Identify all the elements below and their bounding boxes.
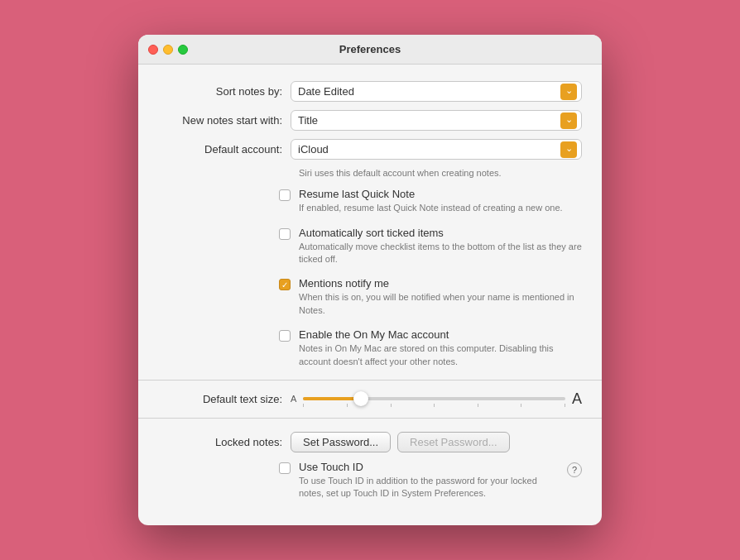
sort-notes-label: Sort notes by: xyxy=(158,85,291,98)
traffic-lights xyxy=(148,45,188,55)
reset-password-button[interactable]: Reset Password... xyxy=(397,432,510,452)
checkboxes-section: Resume last Quick Note If enabled, resum… xyxy=(138,188,602,368)
minimize-button[interactable] xyxy=(163,45,173,55)
slider-tick xyxy=(434,404,435,407)
checkbox-content-on-my-mac: Enable the On My Mac account Notes in On… xyxy=(299,328,582,368)
dropdowns-section: Sort notes by: Date EditedDate CreatedTi… xyxy=(138,81,602,178)
slider-tick xyxy=(565,404,565,407)
text-size-row: Default text size: A xyxy=(158,390,582,408)
slider-ticks xyxy=(303,404,565,407)
touch-id-label: Use Touch ID xyxy=(299,461,562,473)
checkbox-area-auto-sort xyxy=(158,227,299,240)
slider-tick xyxy=(478,404,478,407)
checkbox-label-auto-sort: Automatically sort ticked items xyxy=(299,227,582,239)
checkbox-row-mentions: Mentions notify me When this is on, you … xyxy=(158,277,582,317)
locked-notes-section: Locked notes: Set Password... Reset Pass… xyxy=(138,419,602,500)
checkbox-label-mentions: Mentions notify me xyxy=(299,277,582,290)
preferences-window: Preferences Sort notes by: Date EditedDa… xyxy=(138,35,602,525)
text-size-label: Default text size: xyxy=(158,393,291,405)
checkbox-row-on-my-mac: Enable the On My Mac account Notes in On… xyxy=(158,328,582,368)
slider-tick xyxy=(521,404,521,407)
checkbox-row-resume: Resume last Quick Note If enabled, resum… xyxy=(158,188,582,214)
default-account-label: Default account: xyxy=(158,143,291,156)
main-content: Sort notes by: Date EditedDate CreatedTi… xyxy=(138,65,602,525)
checkbox-desc-on-my-mac: Notes in On My Mac are stored on this co… xyxy=(299,342,582,368)
slider-tick xyxy=(303,404,304,407)
checkbox-desc-resume: If enabled, resume last Quick Note inste… xyxy=(299,202,582,214)
slider-tick xyxy=(347,404,348,407)
checkbox-area-mentions xyxy=(158,277,299,290)
new-notes-select-wrapper: TitleBodyLast edited paragraph xyxy=(291,110,582,131)
checkbox-content-mentions: Mentions notify me When this is on, you … xyxy=(299,277,582,317)
window-title: Preferences xyxy=(339,43,401,55)
touch-id-text-content: Use Touch ID To use Touch ID in addition… xyxy=(299,461,562,500)
password-button-group: Set Password... Reset Password... xyxy=(291,432,510,452)
titlebar: Preferences xyxy=(138,35,602,65)
slider-fill xyxy=(303,397,361,400)
checkbox-on-my-mac[interactable] xyxy=(279,330,291,342)
checkbox-label-on-my-mac: Enable the On My Mac account xyxy=(299,328,582,341)
slider-tick xyxy=(391,404,392,407)
help-icon[interactable]: ? xyxy=(567,462,582,477)
default-account-select-wrapper: iCloudOn My Mac xyxy=(291,139,582,160)
touch-id-content: Use Touch ID To use Touch ID in addition… xyxy=(299,461,582,500)
new-notes-row: New notes start with: TitleBodyLast edit… xyxy=(158,110,582,131)
checkbox-desc-auto-sort: Automatically move checklist items to th… xyxy=(299,241,582,266)
set-password-button[interactable]: Set Password... xyxy=(291,432,391,452)
text-size-slider-track xyxy=(303,397,565,400)
new-notes-label: New notes start with: xyxy=(158,114,291,127)
checkbox-desc-mentions: When this is on, you will be notified wh… xyxy=(299,291,582,317)
siri-note: Siri uses this default account when crea… xyxy=(299,168,582,178)
touch-id-checkbox-area xyxy=(158,461,299,474)
checkbox-mentions[interactable] xyxy=(279,279,291,290)
default-account-select[interactable]: iCloudOn My Mac xyxy=(291,139,582,160)
touch-id-row: Use Touch ID To use Touch ID in addition… xyxy=(158,461,582,500)
checkbox-auto-sort[interactable] xyxy=(279,228,291,240)
sort-notes-row: Sort notes by: Date EditedDate CreatedTi… xyxy=(158,81,582,102)
checkbox-label-resume: Resume last Quick Note xyxy=(299,188,582,200)
large-a-label: A xyxy=(572,390,582,408)
touch-id-description: To use Touch ID in addition to the passw… xyxy=(299,475,562,500)
password-buttons-row: Locked notes: Set Password... Reset Pass… xyxy=(158,432,582,452)
new-notes-select[interactable]: TitleBodyLast edited paragraph xyxy=(291,110,582,131)
checkbox-content-resume: Resume last Quick Note If enabled, resum… xyxy=(299,188,582,214)
sort-notes-select-wrapper: Date EditedDate CreatedTitle xyxy=(291,81,582,102)
small-a-label: A xyxy=(291,394,296,404)
touch-id-checkbox[interactable] xyxy=(279,462,291,474)
locked-notes-label: Locked notes: xyxy=(158,436,291,448)
default-account-row: Default account: iCloudOn My Mac xyxy=(158,139,582,160)
text-size-section: Default text size: A xyxy=(138,380,602,419)
slider-container: A A xyxy=(291,390,582,408)
checkbox-resume-quick-note[interactable] xyxy=(279,189,291,201)
close-button[interactable] xyxy=(148,45,158,55)
checkbox-area-on-my-mac xyxy=(158,328,299,342)
checkbox-row-auto-sort: Automatically sort ticked items Automati… xyxy=(158,227,582,266)
maximize-button[interactable] xyxy=(178,45,188,55)
sort-notes-select[interactable]: Date EditedDate CreatedTitle xyxy=(291,81,582,102)
checkbox-content-auto-sort: Automatically sort ticked items Automati… xyxy=(299,227,582,266)
checkbox-area-resume xyxy=(158,188,299,201)
